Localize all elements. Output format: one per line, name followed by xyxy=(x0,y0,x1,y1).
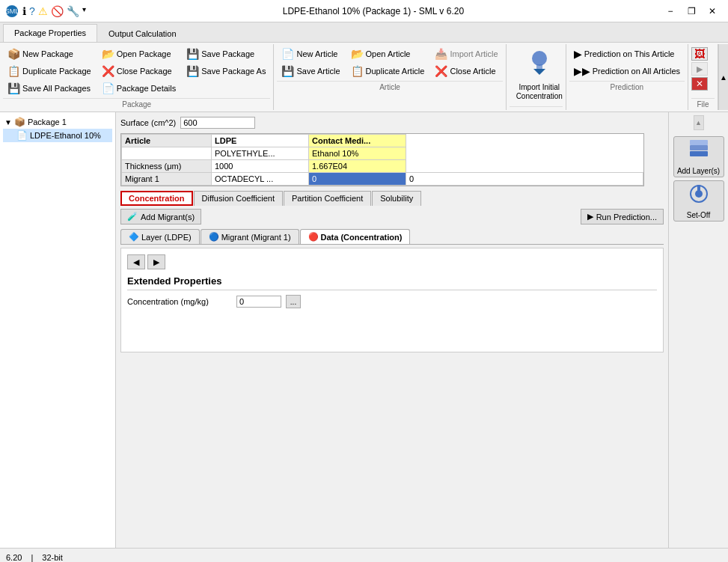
prediction-all-articles-button[interactable]: ▶▶ Prediction on All Articles xyxy=(569,63,685,79)
open-package-label: Open Package xyxy=(117,49,171,58)
svg-rect-4 xyxy=(690,145,708,150)
close-package-button[interactable]: ❌ Close Package xyxy=(97,63,181,79)
restore-button[interactable]: ❐ xyxy=(682,4,701,19)
tool-icon[interactable]: 🔧 xyxy=(67,5,79,17)
main-area: ▼ 📦 Package 1 📄 LDPE-Ethanol 10% Surface… xyxy=(0,112,728,548)
tree-item-ldpe[interactable]: 📄 LDPE-Ethanol 10% xyxy=(3,129,112,142)
cell-polyethylene[interactable]: POLYETHYLE... xyxy=(212,147,309,160)
ribbon-group-prediction: ▶ Prediction on This Article ▶▶ Predicti… xyxy=(566,44,688,110)
duplicate-package-icon: 📋 xyxy=(7,65,20,77)
inner-tab-migrant[interactable]: 🔵 Migrant (Migrant 1) xyxy=(201,229,299,244)
package-details-icon: 📄 xyxy=(102,82,114,94)
minimize-button[interactable]: − xyxy=(661,4,680,19)
next-arrow-button[interactable]: ▶ xyxy=(147,254,165,269)
col-contact[interactable]: Contact Medi... xyxy=(309,135,406,147)
new-article-label: New Article xyxy=(296,49,337,58)
file-btn-2[interactable]: ▶ xyxy=(691,62,708,76)
tab-diffusion[interactable]: Diffusion Coefficient xyxy=(194,191,283,206)
tab-partition[interactable]: Partition Coefficient xyxy=(284,191,371,206)
new-package-icon: 📦 xyxy=(7,48,20,60)
inner-tab-layer[interactable]: 🔷 Layer (LDPE) xyxy=(120,229,200,244)
save-all-packages-button[interactable]: 💾 Save All Packages xyxy=(3,80,96,97)
cell-thickness-label: Thickness (μm) xyxy=(122,160,212,173)
duplicate-package-button[interactable]: 📋 Duplicate Package xyxy=(3,63,96,79)
tree-item-package1[interactable]: ▼ 📦 Package 1 xyxy=(3,115,112,129)
prev-arrow-button[interactable]: ◀ xyxy=(127,254,145,269)
import-article-button[interactable]: 📥 Import Article xyxy=(430,46,502,62)
cell-thickness-ldpe[interactable]: 1000 xyxy=(212,160,309,173)
inner-tab-data[interactable]: 🔴 Data (Concentration) xyxy=(300,229,411,244)
file-btn-3[interactable]: ✕ xyxy=(691,77,708,91)
concentration-input[interactable] xyxy=(236,296,281,308)
help-icon[interactable]: ? xyxy=(29,5,35,17)
duplicate-package-label: Duplicate Package xyxy=(22,67,91,76)
new-package-button[interactable]: 📦 New Package xyxy=(3,46,96,62)
import-conc-label: Import InitialConcentration xyxy=(516,83,563,101)
add-migrant-button[interactable]: 🧪 Add Migrant(s) xyxy=(120,209,201,225)
new-article-icon: 📄 xyxy=(281,48,294,60)
concentration-label: Concentration (mg/kg) xyxy=(127,297,232,306)
ribbon-group-package: 📦 New Package 📋 Duplicate Package 💾 Save… xyxy=(0,44,274,110)
layer-tab-label: Layer (LDPE) xyxy=(141,233,192,242)
duplicate-article-button[interactable]: 📋 Duplicate Article xyxy=(346,63,429,79)
title-bar-left: SML ℹ ? ⚠ 🚫 🔧 ▾ xyxy=(6,5,86,17)
prediction-all-icon: ▶▶ xyxy=(574,65,590,77)
save-package-as-icon: 💾 xyxy=(186,65,199,77)
open-article-button[interactable]: 📂 Open Article xyxy=(346,46,429,62)
tab-package-properties[interactable]: Package Properties xyxy=(3,24,97,42)
save-package-as-button[interactable]: 💾 Save Package As xyxy=(182,63,270,79)
ribbon-group-file: 🖼 ▶ ✕ File xyxy=(688,44,718,110)
open-package-button[interactable]: 📂 Open Package xyxy=(97,46,181,62)
new-article-button[interactable]: 📄 New Article xyxy=(277,46,344,62)
tab-output-calculation[interactable]: Output Calculation xyxy=(97,25,188,42)
col-ldpe[interactable]: LDPE xyxy=(212,135,309,147)
open-article-label: Open Article xyxy=(366,49,411,58)
table-row-poly: POLYETHYLE... Ethanol 10% xyxy=(122,147,643,160)
run-prediction-button[interactable]: ▶ Run Prediction... xyxy=(581,209,664,225)
close-article-button[interactable]: ❌ Close Article xyxy=(430,63,502,79)
article-data-table: Article LDPE Contact Medi... POLYETHYLE.… xyxy=(121,134,643,186)
save-package-icon: 💾 xyxy=(186,48,199,60)
add-layer-button[interactable]: Add Layer(s) xyxy=(673,136,724,177)
cell-migrant-blue-val[interactable]: 0 xyxy=(309,173,406,186)
prediction-this-label: Prediction on This Article xyxy=(584,49,675,58)
prediction-this-article-button[interactable]: ▶ Prediction on This Article xyxy=(569,46,679,62)
close-article-icon: ❌ xyxy=(435,65,447,77)
app-icon: SML xyxy=(6,5,18,17)
table-row-header: Article LDPE Contact Medi... xyxy=(122,135,643,147)
run-icon: ▶ xyxy=(587,212,593,222)
tab-solubility[interactable]: Solubility xyxy=(372,191,421,206)
save-package-as-label: Save Package As xyxy=(201,67,266,76)
right-scroll-up-button[interactable]: ▲ xyxy=(694,115,704,130)
package-details-button[interactable]: 📄 Package Details xyxy=(97,80,181,97)
file-btn-1[interactable]: 🖼 xyxy=(691,47,708,61)
set-off-label: Set-Off xyxy=(687,211,711,219)
save-article-button[interactable]: 💾 Save Article xyxy=(277,63,344,79)
ribbon-tab-bar: Package Properties Output Calculation xyxy=(0,22,728,43)
concentration-more-button[interactable]: ... xyxy=(286,295,301,308)
open-package-icon: 📂 xyxy=(102,48,114,60)
save-package-button[interactable]: 💾 Save Package xyxy=(182,46,270,62)
ribbon-scroll-button[interactable]: ▲ xyxy=(718,44,728,110)
cell-migrant-val[interactable]: 0 xyxy=(406,173,643,186)
new-package-label: New Package xyxy=(22,49,73,58)
close-article-label: Close Article xyxy=(450,67,495,76)
cell-thickness-contact[interactable]: 1.667E04 xyxy=(309,160,406,173)
tree-expand-icon[interactable]: ▼ xyxy=(4,118,12,126)
svg-rect-5 xyxy=(690,140,708,145)
article-buttons: 📄 New Article 💾 Save Article 📂 Open Arti… xyxy=(277,46,502,79)
prediction-buttons: ▶ Prediction on This Article ▶▶ Predicti… xyxy=(569,46,685,79)
cell-migrant-name[interactable]: OCTADECYL ... xyxy=(212,173,309,186)
close-button[interactable]: ✕ xyxy=(703,4,722,19)
cell-ethanol[interactable]: Ethanol 10% xyxy=(309,147,406,160)
import-initial-concentration-button[interactable]: Import InitialConcentration xyxy=(510,46,569,105)
warn-icon[interactable]: ⚠ xyxy=(38,5,48,17)
property-tabs: Concentration Diffusion Coefficient Part… xyxy=(120,191,664,206)
data-tab-label: Data (Concentration) xyxy=(321,233,403,242)
set-off-button[interactable]: Set-Off xyxy=(673,180,724,222)
info-icon[interactable]: ℹ xyxy=(22,5,26,17)
error-icon[interactable]: 🚫 xyxy=(51,5,64,17)
surface-input[interactable] xyxy=(180,117,255,129)
tab-concentration[interactable]: Concentration xyxy=(120,191,193,206)
save-all-label: Save All Packages xyxy=(22,84,91,93)
